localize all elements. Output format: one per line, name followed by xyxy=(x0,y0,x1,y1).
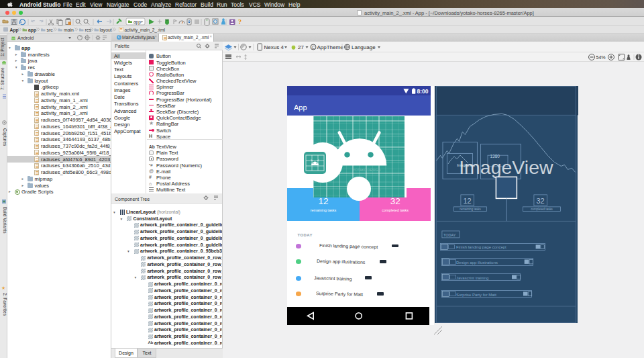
svg-text:32: 32 xyxy=(536,197,544,205)
svg-text:app: app xyxy=(133,19,141,25)
svg-text:★: ★ xyxy=(1,285,5,290)
svg-text:res: res xyxy=(85,28,92,32)
svg-text:Language: Language xyxy=(352,44,376,50)
svg-text:Surprise Party for Matt: Surprise Party for Matt xyxy=(456,292,496,296)
svg-text:Finish landing page concept: Finish landing page concept xyxy=(456,245,506,249)
svg-text:?: ? xyxy=(238,18,241,26)
svg-text:AppTheme: AppTheme xyxy=(317,44,344,50)
svg-text:completed tasks: completed tasks xyxy=(531,208,553,211)
svg-text:layout: layout xyxy=(100,28,112,33)
svg-text:main: main xyxy=(64,28,74,32)
svg-text:Design app illustrations: Design app illustrations xyxy=(456,261,498,265)
svg-text:54%: 54% xyxy=(596,55,606,60)
svg-text:app: app xyxy=(28,28,36,33)
svg-text:TODAY: TODAY xyxy=(443,232,456,236)
svg-text:27: 27 xyxy=(298,44,304,50)
svg-text:ImageView: ImageView xyxy=(459,156,553,177)
svg-text:App: App xyxy=(10,28,19,33)
svg-text:C: C xyxy=(312,45,315,50)
svg-text:12: 12 xyxy=(463,197,471,205)
svg-text:Android: Android xyxy=(17,36,34,40)
svg-text:Nexus 4: Nexus 4 xyxy=(264,44,284,50)
svg-text:remaining tasks: remaining tasks xyxy=(460,208,481,211)
svg-text:Javascrint training: Javascrint training xyxy=(456,275,488,279)
svg-text:src: src xyxy=(47,28,54,32)
